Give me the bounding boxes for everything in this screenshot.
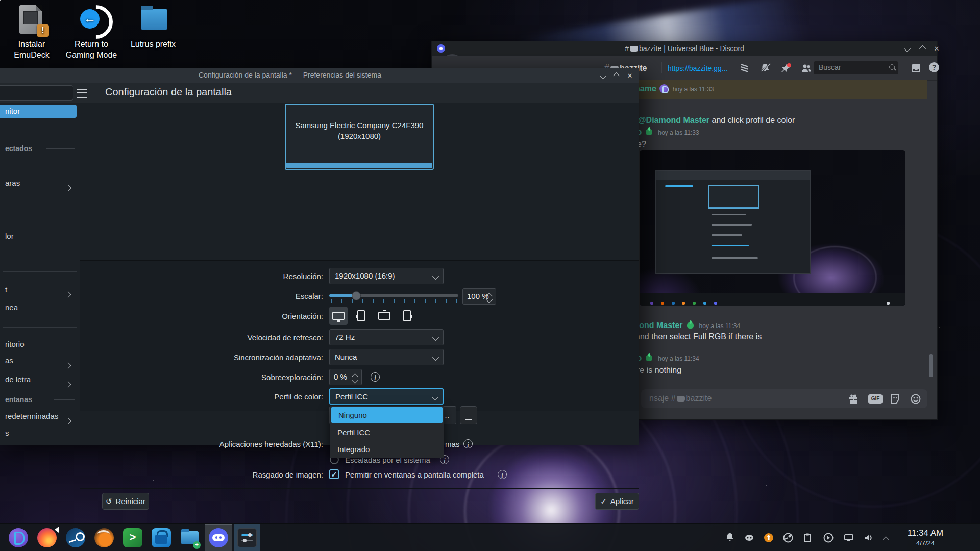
clipboard-tray-icon[interactable] [802,533,813,543]
sidebar-item[interactable]: de letra [0,373,77,386]
gif-icon[interactable]: GIF [868,394,883,404]
maximize-icon[interactable] [918,44,926,53]
message-username[interactable]: mond Master [632,321,683,330]
monitor-preview[interactable]: Samsung Electric Company C24F390 (1920x1… [285,104,434,170]
sidebar-item[interactable]: nea [0,301,77,314]
maximize-icon[interactable] [612,71,620,80]
scrollbar[interactable] [929,354,933,377]
orientation-landscape-button[interactable] [329,307,348,325]
orientation-portrait-flipped-button[interactable] [398,307,416,325]
desktop-icon-gaming-mode[interactable]: ← Return to Gaming Mode [62,4,121,60]
desktop-icon-lutris-prefix[interactable]: Lutrus prefix [124,4,183,49]
desktop-icon-emudeck[interactable]: ! Instalar EmuDeck [2,4,61,60]
user-mention[interactable]: @Diamond Master [638,116,709,124]
stars [0,0,1,1]
icc-file-button[interactable] [460,406,477,424]
volume-tray-icon[interactable] [863,533,873,543]
sidebar-item-selected[interactable]: nitor [0,105,77,118]
sidebar-item[interactable]: ritorio [0,338,77,351]
search-input[interactable] [818,63,881,72]
discord-tray-icon[interactable] [744,533,754,543]
color-profile-dropdown[interactable]: Perfil ICC [329,388,444,405]
sidebar-item[interactable]: lor [0,230,77,243]
sidebar-item[interactable]: as [0,354,77,367]
scale-label: Escalar: [119,292,323,300]
taskbar-bazzite-launcher[interactable] [5,524,32,551]
overscan-spinbox[interactable]: 0 % [329,369,362,385]
expand-tray-icon[interactable] [884,535,894,545]
screenshot-attachment[interactable] [640,150,905,306]
refresh-rate-dropdown[interactable]: 72 Hz [329,329,444,345]
bazzite-icon [9,528,28,547]
overscan-label: Sobreexploración: [119,373,323,382]
steam-tray-icon[interactable] [783,533,793,543]
media-play-tray-icon[interactable] [823,533,834,543]
gift-icon[interactable] [848,393,860,405]
orientation-portrait-button[interactable] [352,307,370,325]
minimize-icon[interactable] [903,44,911,53]
sidebar-item[interactable]: s [0,427,77,440]
info-icon[interactable] [498,470,507,479]
inbox-icon[interactable] [911,63,922,74]
settings-titlebar[interactable]: Configuración de la pantalla * — Prefere… [0,68,639,83]
taskbar-lutris[interactable] [91,524,117,551]
sidebar-item[interactable]: redeterminadas [0,410,77,423]
sticker-icon[interactable] [890,393,902,405]
discord-icon [209,528,228,547]
members-icon[interactable] [800,63,812,74]
pin-icon[interactable] [780,63,791,74]
chevron-down-icon [432,354,439,361]
tearing-option-label[interactable]: Permitir en ventanas a pantalla completa [345,470,484,479]
x11-apps-label: Aplicaciones heredadas (X11): [119,440,323,448]
message-header: mond Masterhoy a las 11:34 [632,321,740,330]
popup-option[interactable]: Perfil ICC [330,424,444,441]
updates-tray-icon[interactable] [764,533,774,543]
plant-badge-icon [645,354,654,363]
sidebar-search-box[interactable] [0,85,74,101]
message-input[interactable]: nsaje #bazzite GIF [641,389,927,408]
popup-option[interactable]: Integrado [330,441,444,458]
taskbar-firefox[interactable] [34,524,60,551]
notifications-off-icon[interactable] [760,63,771,74]
emoji-icon[interactable] [910,393,922,405]
scale-value-spinbox[interactable]: 100 % [462,288,496,305]
channel-topic-link[interactable]: https://bazzite.gg... [668,64,728,72]
threads-icon[interactable] [739,63,750,74]
orientation-label: Orientación: [119,312,323,320]
adaptive-sync-dropdown[interactable]: Nunca [329,349,444,365]
orientation-landscape-flipped-button[interactable] [375,307,394,325]
resolution-dropdown[interactable]: 980x551 (16:9) [329,268,444,284]
clock[interactable]: 11:34 AM 4/7/24 [897,528,953,547]
popup-option-selected[interactable]: Ninguno [331,407,443,423]
close-icon[interactable]: ✕ [626,71,634,80]
message-body: and then select Full RGB if there is [635,332,762,341]
help-icon[interactable]: ? [929,62,940,73]
slider-ticks [331,299,457,304]
taskbar-terminal[interactable]: > [119,524,146,551]
close-icon[interactable]: ✕ [933,44,941,53]
menu-icon[interactable] [77,89,87,98]
tearing-checkbox[interactable]: ✓ [329,469,339,479]
bazzite-badge-icon [659,84,669,93]
search-box[interactable] [814,61,898,74]
minimize-icon[interactable] [599,71,607,80]
info-icon[interactable] [463,439,473,448]
discord-titlebar[interactable]: #bazzite | Universal Blue - Discord ✕ [432,41,937,56]
message-timestamp: hoy a las 11:33 [673,86,714,93]
reset-button[interactable]: ↺Reiniciar [102,493,149,510]
sidebar-search-input[interactable] [0,87,67,96]
apply-button[interactable]: ✓Aplicar [595,493,639,510]
sidebar-item[interactable]: t [0,283,77,296]
sidebar-item[interactable]: aras [0,177,77,190]
taskbar-discover[interactable] [148,524,175,551]
info-icon[interactable] [371,372,380,382]
display-tray-icon[interactable] [844,533,854,543]
message-timestamp: hoy a las 11:34 [699,322,741,330]
x11-option1-fragment[interactable]: mas [445,440,459,448]
notifications-bell-icon[interactable] [725,533,735,543]
settings-sidebar: nitor ectados aras lor t nea ritorio as … [0,103,80,445]
taskbar-steam[interactable] [62,524,89,551]
taskbar-display-settings-focused[interactable] [234,524,260,551]
taskbar-discord-open[interactable] [205,524,232,551]
taskbar-dolphin[interactable]: + [177,524,203,551]
